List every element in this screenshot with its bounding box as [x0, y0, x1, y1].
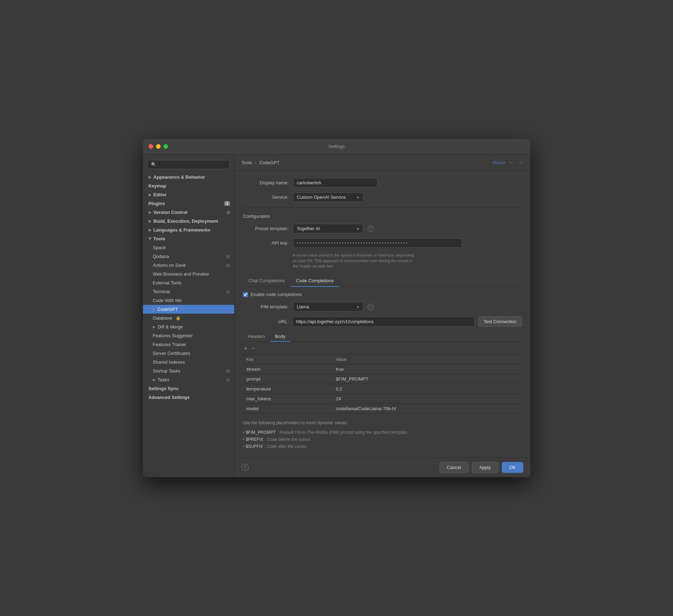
breadcrumb: Tools › CodeGPT	[242, 160, 280, 165]
apply-button[interactable]: Apply	[472, 462, 498, 473]
placeholder-intro: Use the following placeholders to insert…	[243, 419, 522, 426]
sidebar-item-settings-sync[interactable]: Settings Sync	[143, 384, 234, 393]
chevron-right-icon: ▶	[149, 175, 151, 179]
content-area: 🔍 ▶ Appearance & Behavior Keymap ▶ Edito…	[143, 154, 530, 477]
table-cell-key: prompt	[243, 374, 332, 384]
section-divider	[243, 208, 522, 208]
sidebar-item-startup-tasks[interactable]: Startup Tasks ⊟	[143, 366, 234, 375]
minimize-button[interactable]	[156, 144, 161, 149]
tab-headers[interactable]: Headers	[243, 332, 270, 342]
add-row-button[interactable]: +	[243, 345, 249, 352]
body-table: Key Value streamtrueprompt$FIM_PROMPTtem…	[243, 355, 522, 414]
reset-button[interactable]: Reset	[493, 160, 505, 165]
preset-help-icon[interactable]: ?	[368, 226, 374, 232]
service-select[interactable]: Custom OpenAI ServiceOpenAIAzure OpenAIA…	[293, 192, 363, 202]
preset-template-row: Preset template: Together AIOpenAILlamaM…	[243, 224, 522, 233]
chevron-right-icon: ▶	[153, 325, 156, 329]
sidebar-item-diff-merge[interactable]: ▶ Diff & Merge	[143, 322, 234, 331]
titlebar-buttons	[149, 144, 168, 149]
sidebar-item-features-suggester[interactable]: Features Suggester	[143, 331, 234, 340]
chevron-right-icon: ▶	[153, 307, 156, 311]
lock-icon: 🔒	[176, 316, 181, 320]
table-row[interactable]: streamtrue	[243, 364, 522, 374]
sidebar-item-tasks[interactable]: ▶ Tasks ⊟	[143, 375, 234, 384]
sidebar-item-features-trainer[interactable]: Features Trainer	[143, 340, 234, 349]
placeholder-desc: : Prebuilt Fill-In-The-Middle (FIM) prom…	[277, 429, 408, 436]
sidebar-item-server-certificates[interactable]: Server Certificates	[143, 349, 234, 358]
startup-icon: ⊟	[226, 369, 230, 374]
sidebar-item-appearance[interactable]: ▶ Appearance & Behavior	[143, 173, 234, 181]
search-input[interactable]	[158, 162, 226, 167]
display-name-label: Display name:	[243, 180, 289, 185]
sidebar-item-tools[interactable]: ▶ Tools	[143, 234, 234, 243]
titlebar: Settings	[143, 139, 530, 154]
back-button[interactable]: ←	[509, 159, 514, 166]
table-cell-value: 24	[332, 394, 522, 404]
sidebar-item-languages[interactable]: ▶ Languages & Frameworks	[143, 226, 234, 234]
sidebar-item-qodana[interactable]: Qodana ⊟	[143, 252, 234, 261]
test-connection-button[interactable]: Test Connection	[478, 316, 522, 327]
tab-code-completions[interactable]: Code Completions	[291, 275, 339, 287]
display-name-input[interactable]	[293, 178, 378, 187]
sidebar-item-space[interactable]: Space	[143, 243, 234, 252]
sidebar-item-terminal[interactable]: Terminal ⊟	[143, 287, 234, 296]
sidebar-item-database[interactable]: Database 🔒	[143, 314, 234, 322]
footer-actions: Cancel Apply OK	[440, 462, 523, 473]
table-cell-value: 0.2	[332, 384, 522, 394]
sidebar-item-shared-indexes[interactable]: Shared Indexes	[143, 358, 234, 366]
sidebar-item-actions-on-save[interactable]: Actions on Save ⊟	[143, 261, 234, 270]
tab-chat-completions[interactable]: Chat Completions	[243, 275, 291, 287]
remove-row-button[interactable]: −	[251, 345, 256, 352]
api-key-hint: A secret value stored in the system's Ke…	[293, 253, 469, 269]
sidebar-item-external-tools[interactable]: External Tools	[143, 278, 234, 287]
sidebar-item-codegpt[interactable]: ▶ CodeGPT	[143, 305, 234, 314]
help-button[interactable]: ?	[242, 464, 249, 471]
body-tabs: Headers Body	[243, 332, 522, 342]
sidebar-item-web-browsers[interactable]: Web Browsers and Preview	[143, 270, 234, 278]
fim-template-wrapper: LlamaDeepSeekMistralCustom ▼	[293, 302, 363, 312]
cancel-button[interactable]: Cancel	[440, 462, 468, 473]
breadcrumb-separator: ›	[255, 160, 256, 165]
table-row[interactable]: prompt$FIM_PROMPT	[243, 374, 522, 384]
chevron-down-icon: ▶	[148, 238, 152, 240]
chevron-right-icon: ▶	[149, 210, 151, 214]
chevron-right-icon: ▶	[149, 193, 151, 197]
placeholder-section: Use the following placeholders to insert…	[243, 419, 522, 450]
close-button[interactable]	[149, 144, 153, 149]
completion-tabs: Chat Completions Code Completions	[243, 275, 522, 287]
sidebar-item-code-with-me[interactable]: Code With Me	[143, 296, 234, 305]
tasks-icon: ⊟	[226, 377, 230, 382]
actions-icon: ⊟	[226, 263, 230, 268]
ok-button[interactable]: OK	[502, 462, 523, 473]
sidebar-item-build[interactable]: ▶ Build, Execution, Deployment	[143, 217, 234, 226]
fim-help-icon[interactable]: ?	[368, 304, 374, 310]
placeholder-item: • $PREFIX: Code before the cursor.	[243, 436, 522, 443]
tab-body[interactable]: Body	[270, 332, 291, 342]
main-header: Tools › CodeGPT Reset ← →	[235, 154, 530, 171]
table-row[interactable]: max_tokens24	[243, 394, 522, 404]
settings-window: Settings 🔍 ▶ Appearance & Behavior Keyma…	[143, 139, 530, 477]
api-key-input[interactable]	[293, 238, 462, 248]
sidebar-item-advanced-settings[interactable]: Advanced Settings	[143, 393, 234, 402]
placeholder-desc: : Code after the cursor.	[264, 443, 307, 450]
chevron-right-icon: ▶	[153, 378, 156, 382]
sidebar-item-editor[interactable]: ▶ Editor	[143, 190, 234, 199]
table-row[interactable]: temperature0.2	[243, 384, 522, 394]
service-select-wrapper: Custom OpenAI ServiceOpenAIAzure OpenAIA…	[293, 192, 363, 202]
fim-template-label: FIM template:	[243, 304, 289, 309]
preset-template-select[interactable]: Together AIOpenAILlamaMistral	[293, 224, 363, 233]
url-input[interactable]	[292, 316, 475, 327]
api-key-row: API key:	[243, 238, 522, 248]
placeholder-key: $SUFFIX	[246, 443, 263, 450]
sidebar-item-plugins[interactable]: Plugins 1	[143, 199, 234, 208]
search-box[interactable]: 🔍	[147, 160, 230, 169]
maximize-button[interactable]	[163, 144, 168, 149]
enable-completions-checkbox[interactable]	[243, 292, 248, 297]
sidebar-item-keymap[interactable]: Keymap	[143, 181, 234, 190]
sidebar-item-version-control[interactable]: ▶ Version Control ⊟	[143, 208, 234, 217]
qodana-icon: ⊟	[226, 254, 230, 259]
service-row: Service: Custom OpenAI ServiceOpenAIAzur…	[243, 192, 522, 202]
forward-button[interactable]: →	[518, 159, 523, 166]
fim-template-select[interactable]: LlamaDeepSeekMistralCustom	[293, 302, 363, 312]
table-row[interactable]: modelcodellama/CodeLlama-70b-hf	[243, 404, 522, 414]
